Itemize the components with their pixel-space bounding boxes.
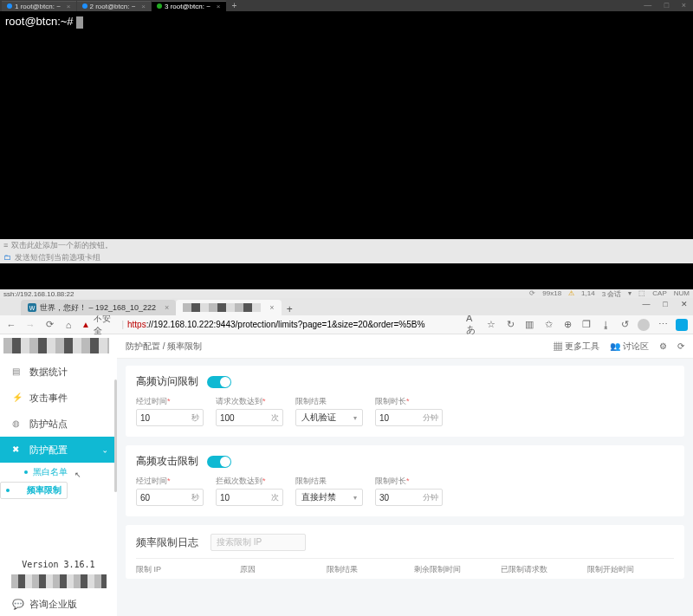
log-title: 频率限制日志 (136, 535, 198, 550)
refresh-icon[interactable]: ⟳ (677, 341, 684, 351)
sidebar-item-stats[interactable]: ▤数据统计 (0, 359, 117, 385)
browser-tabbar: W 世界，您好！ – 192_168_10_222 × × + — □ ✕ (0, 298, 693, 315)
select-attack-result[interactable]: 直接封禁▾ (295, 489, 363, 506)
unsafe-icon: ▲ (81, 320, 90, 329)
breadcrumb: 防护配置 / 频率限制 (126, 340, 202, 353)
version-label: Version 3.16.1 (0, 556, 117, 573)
close-icon[interactable]: × (217, 3, 221, 10)
sidebar-sub-ratelimit[interactable]: 频率限制 (0, 482, 68, 499)
input-visit-duration[interactable]: 10分钟 (375, 409, 443, 426)
close-icon[interactable]: × (67, 3, 71, 10)
people-icon: 👥 (610, 341, 620, 351)
browser-new-tab[interactable]: + (282, 303, 298, 315)
bullet-icon (6, 489, 10, 492)
forum-link[interactable]: 👥 讨论区 (610, 340, 649, 353)
chevron-down-icon: ▾ (353, 414, 357, 422)
cursor-icon (76, 16, 83, 29)
card-rate-log: 频率限制日志 搜索限制 IP 限制 IP 原因 限制结果 剩余限制时间 已限制请… (126, 525, 684, 579)
input-attack-time[interactable]: 60秒 (136, 489, 204, 506)
terminal-status-host: ssh://192.168.10.88:22 (3, 290, 74, 298)
unsafe-label: 不安全 (94, 313, 118, 337)
refresh2-icon[interactable]: ↻ (504, 319, 516, 331)
copilot-icon[interactable] (676, 319, 688, 331)
close-icon[interactable]: × (141, 3, 146, 10)
col-result: 限制结果 (327, 564, 413, 575)
download-icon[interactable]: ⭳ (599, 319, 612, 331)
sidebar-sub-bwlist[interactable]: 黑白名单↖ (0, 463, 117, 482)
search-ip-input[interactable]: 搜索限制 IP (210, 534, 306, 551)
terminal-tab-2[interactable]: 2 root@btcn: ~× (77, 1, 152, 11)
reload-icon[interactable]: ⟳ (43, 319, 55, 330)
consult-enterprise[interactable]: 💬咨询企业版 (0, 592, 117, 616)
back-icon[interactable]: ← (5, 320, 17, 330)
input-attack-count[interactable]: 10次 (216, 489, 283, 506)
col-start: 限制开始时间 (587, 564, 674, 575)
sidebar-scrollbar[interactable] (114, 379, 117, 492)
browser-toolbar: ← → ⟳ ⌂ ▲ 不安全 | https://192.168.10.222:9… (0, 315, 693, 334)
close-icon[interactable]: × (269, 303, 274, 312)
home-icon[interactable]: ⌂ (62, 320, 74, 330)
top-row: 防护配置 / 频率限制 ▦ 更多工具 👥 讨论区 ⚙ ⟳ (117, 334, 693, 359)
sidebar: ▤数据统计 ⚡攻击事件 ◍防护站点 ✖防护配置 黑白名单↖ 频率限制 Versi… (0, 334, 117, 616)
more-icon[interactable]: ⋯ (657, 319, 669, 331)
terminal-tab-3[interactable]: 3 root@btcn: ~× (152, 1, 226, 11)
content: 高频访问限制 经过时间10秒 请求次数达到100次 限制结果人机验证▾ 限制时长… (117, 359, 693, 616)
terminal-system-buttons[interactable]: — □ × (644, 1, 691, 10)
field-label: 限制时长 (375, 476, 443, 487)
close-icon[interactable]: × (165, 303, 169, 312)
sidebar-item-protection[interactable]: ✖防护配置 (0, 437, 117, 463)
shield-icon: ◍ (12, 418, 23, 429)
close-button[interactable]: ✕ (679, 300, 690, 308)
favorites-icon[interactable]: ✩ (542, 319, 554, 331)
address-bar[interactable]: ▲ 不安全 | https://192.168.10.222:9443/prot… (81, 318, 425, 332)
terminal-new-tab[interactable]: + (227, 1, 243, 10)
toggle-attack-limit[interactable] (207, 456, 231, 468)
col-remain: 剩余限制时间 (414, 564, 501, 575)
terminal-body[interactable]: root@btcn:~# (0, 11, 693, 32)
history-icon[interactable]: ↺ (619, 319, 631, 331)
reader-icon[interactable]: Aあ (466, 319, 478, 331)
sidebar-menu: ▤数据统计 ⚡攻击事件 ◍防护站点 ✖防护配置 黑白名单↖ 频率限制 (0, 359, 117, 556)
more-tools[interactable]: ▦ 更多工具 (554, 340, 599, 353)
toggle-visit-limit[interactable] (207, 376, 231, 388)
terminal-hint-1[interactable]: ≡双击此处添加一个新的按钮。 (0, 239, 693, 251)
select-visit-result[interactable]: 人机验证▾ (295, 409, 363, 426)
bullet-icon (24, 470, 28, 474)
stats-icon: ▤ (12, 366, 23, 377)
field-label: 拦截次数达到 (216, 476, 283, 487)
app-page: ▤数据统计 ⚡攻击事件 ◍防护站点 ✖防护配置 黑白名单↖ 频率限制 Versi… (0, 334, 693, 616)
wordpress-icon: W (28, 303, 36, 312)
log-table-header: 限制 IP 原因 限制结果 剩余限制时间 已限制请求数 限制开始时间 (136, 558, 674, 575)
terminal-tab-1[interactable]: 1 root@btcn: ~× (2, 1, 76, 11)
field-label: 经过时间 (136, 396, 204, 407)
obscured-favicon (183, 303, 261, 312)
profile-avatar[interactable] (638, 319, 650, 331)
sidebar-item-attacks[interactable]: ⚡攻击事件 (0, 385, 117, 411)
input-visit-count[interactable]: 100次 (216, 409, 283, 426)
star-icon[interactable]: ☆ (485, 319, 497, 331)
sidebar-item-sites[interactable]: ◍防护站点 (0, 411, 117, 437)
col-ip: 限制 IP (136, 564, 240, 575)
field-label: 限制结果 (295, 396, 363, 407)
browser-action-icons: Aあ ☆ ↻ ▥ ✩ ⊕ ❐ ⭳ ↺ ⋯ (466, 319, 688, 331)
maximize-button[interactable]: □ (660, 300, 670, 308)
browser-window: W 世界，您好！ – 192_168_10_222 × × + — □ ✕ ← … (0, 298, 693, 616)
minimize-button[interactable]: — (641, 300, 651, 308)
sidebar-icon[interactable]: ▥ (523, 319, 535, 331)
extensions-icon[interactable]: ❐ (580, 319, 593, 331)
terminal-hint-2[interactable]: 🗀发送短信到当前选项卡组 (0, 251, 693, 263)
crumb-root[interactable]: 防护配置 (126, 341, 160, 351)
chat-icon: 💬 (12, 599, 24, 610)
field-label: 请求次数达到 (216, 396, 283, 407)
input-attack-duration[interactable]: 30分钟 (375, 489, 443, 506)
browser-tab-1[interactable]: W 世界，您好！ – 192_168_10_222 × (21, 300, 176, 315)
browser-tab-2[interactable]: × (176, 300, 281, 315)
input-visit-time[interactable]: 10秒 (136, 409, 204, 426)
forward-icon[interactable]: → (24, 320, 36, 330)
card-title: 高频攻击限制 (136, 454, 198, 469)
collections-icon[interactable]: ⊕ (561, 319, 573, 331)
settings-icon[interactable]: ⚙ (659, 341, 667, 351)
terminal-statusbar: ssh://192.168.10.88:22 ⟳ 99x18 ⚠ 1,14 3 … (0, 289, 693, 298)
field-label: 经过时间 (136, 476, 204, 487)
attack-icon: ⚡ (12, 392, 23, 403)
